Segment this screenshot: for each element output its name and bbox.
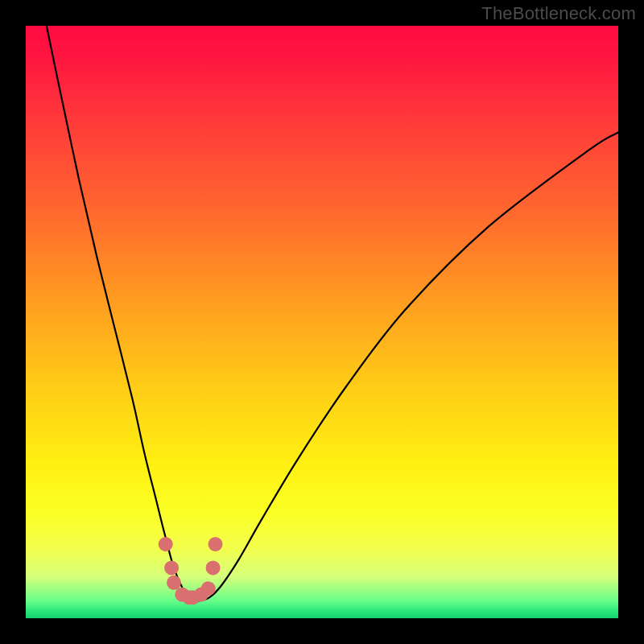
data-points [26, 26, 618, 618]
watermark-text: TheBottleneck.com [481, 3, 636, 24]
data-point [159, 537, 173, 551]
data-point [167, 576, 181, 590]
data-point [201, 581, 216, 596]
data-point [208, 537, 223, 551]
chart-frame: TheBottleneck.com [0, 0, 644, 644]
plot-area [26, 26, 618, 618]
data-point [206, 560, 221, 575]
data-point [164, 560, 179, 575]
